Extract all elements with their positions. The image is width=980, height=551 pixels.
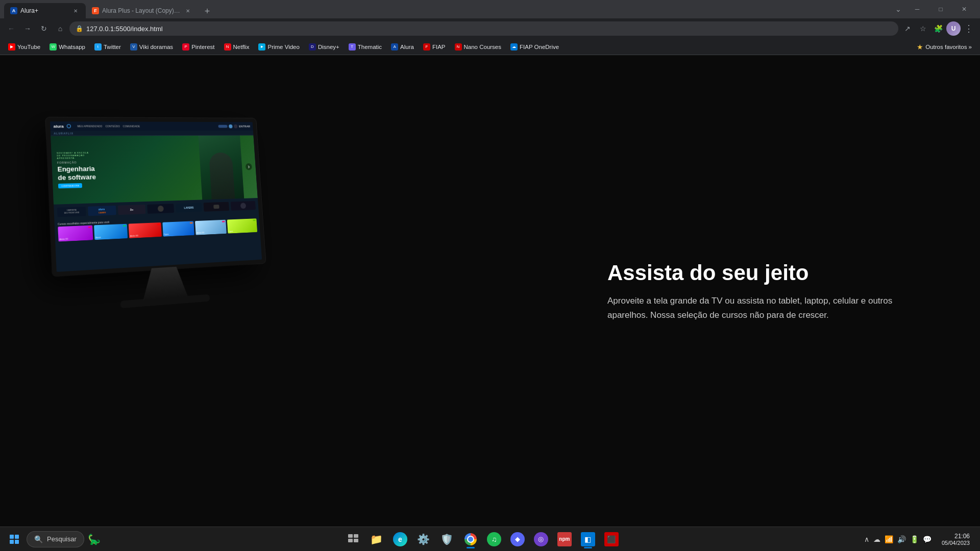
bookmark-twitter[interactable]: t Twitter [90, 41, 125, 53]
bookmark-viki[interactable]: V Viki doramas [126, 41, 177, 53]
profile-avatar: U [946, 21, 961, 36]
bookmark-thematic[interactable]: T Thematic [345, 41, 386, 53]
page-heading: Assista do seu jeito [607, 260, 903, 286]
back-button[interactable]: ← [4, 21, 18, 36]
bookmark-disney[interactable]: D Disney+ [305, 41, 344, 53]
system-tray: ∧ ☁ 📶 🔊 🔋 💬 [860, 535, 936, 543]
nano-label: Nano Courses [464, 44, 502, 50]
tab-title-alura: Alura+ [20, 7, 68, 14]
reload-button[interactable]: ↻ [37, 21, 51, 36]
tab-close-alura[interactable]: ✕ [71, 7, 80, 15]
screen-nav-items: MEU APRENDIZADO CONTEÚDO COMUNIDADE [77, 124, 140, 128]
maximize-button[interactable]: □ [929, 0, 952, 18]
fiap-favicon: F [423, 43, 430, 51]
tray-notification[interactable]: 💬 [923, 535, 932, 543]
bookmarks-more[interactable]: ★ Outros favoritos » [913, 41, 976, 53]
address-bar[interactable]: 🔒 127.0.0.1:5500/index.html [69, 21, 898, 36]
taskbar-github[interactable]: ◎ [531, 529, 551, 549]
carousel-item-1: CARREIRADEV FRONT-END [57, 207, 86, 217]
bookmark-fiap[interactable]: F FIAP [419, 41, 450, 53]
monitor-screen: alura MEU APRENDIZADO CONTEÚDO COMUNIDAD… [50, 121, 262, 272]
svg-rect-2 [348, 539, 353, 542]
carousel-item-5: LAYERS [176, 203, 202, 212]
more-label: Outros favoritos » [925, 44, 972, 50]
bookmark-pinterest[interactable]: P Pinterest [178, 41, 218, 53]
taskbar-security[interactable]: 🛡️ [437, 529, 457, 549]
course-figma: Figma [162, 221, 194, 237]
taskbar-discord[interactable]: ◆ [507, 529, 528, 549]
taskbar-task-view[interactable] [343, 529, 363, 549]
more-button[interactable]: ⋮ [962, 21, 976, 36]
antivirus-icon: ⬛ [604, 532, 619, 546]
minimize-button[interactable]: ─ [905, 0, 929, 18]
monitor-illustration: alura MEU APRENDIZADO CONTEÚDO COMUNIDAD… [51, 116, 271, 304]
forward-button[interactable]: → [20, 21, 35, 36]
bookmark-youtube[interactable]: ▶ YouTube [4, 41, 44, 53]
tray-sound[interactable]: 🔊 [897, 535, 906, 543]
bookmark-onedrive[interactable]: ☁ FIAP OneDrive [506, 41, 563, 53]
tray-network[interactable]: 📶 [885, 535, 893, 543]
fiap-label: FIAP [432, 44, 446, 50]
tab-search-button[interactable]: ⌄ [891, 2, 905, 16]
spotify-icon: ♫ [487, 532, 501, 546]
screen-logo: alura [54, 124, 64, 129]
tray-chevron[interactable]: ∧ [864, 535, 869, 543]
tray-onedrive[interactable]: ☁ [873, 535, 880, 543]
screen-aluraflix: ALURAFLIX [54, 132, 74, 135]
carousel-item-4 [147, 204, 174, 214]
share-button[interactable]: ↗ [900, 21, 915, 36]
profile-button[interactable]: U [946, 21, 961, 36]
prime-favicon: ► [258, 43, 265, 51]
prime-label: Prime Video [267, 44, 299, 50]
taskbar-npm[interactable]: npm [554, 529, 575, 549]
tray-battery[interactable]: 🔋 [910, 535, 919, 543]
taskbar-antivirus[interactable]: ⬛ [601, 529, 622, 549]
vscode-icon: ◧ [581, 532, 595, 546]
nano-favicon: N [455, 43, 462, 51]
chrome-window: A Alura+ ✕ F Alura Plus - Layout (Copy) … [0, 0, 980, 551]
bookmark-whatsapp[interactable]: W Whatsapp [45, 41, 89, 53]
screen-hero-text: Novidade! A Escolade Programaçãoapresent… [51, 146, 102, 194]
close-button[interactable]: ✕ [952, 0, 976, 18]
bookmark-alura[interactable]: A Alura [387, 41, 418, 53]
netflix-label: Netflix [233, 44, 250, 50]
taskbar-vscode[interactable]: ◧ [578, 529, 598, 549]
taskbar: 🔍 Pesquisar 🦕 📁 e ⚙️ 🛡️ [0, 527, 980, 551]
bookmark-button[interactable]: ☆ [916, 21, 930, 36]
file-explorer-icon: 📁 [370, 532, 384, 546]
taskbar-spotify[interactable]: ♫ [484, 529, 504, 549]
bookmark-nano[interactable]: N Nano Courses [451, 41, 506, 53]
start-button[interactable] [6, 531, 22, 547]
bookmark-netflix[interactable]: N Netflix [220, 41, 254, 53]
taskbar-settings[interactable]: ⚙️ [413, 529, 434, 549]
tab-inactive[interactable]: F Alura Plus - Layout (Copy) – Figm... ✕ [86, 3, 198, 18]
tab-favicon-figma: F [92, 7, 99, 14]
tab-active[interactable]: A Alura+ ✕ [4, 3, 86, 18]
taskbar-edge[interactable]: e [390, 529, 410, 549]
taskbar-search[interactable]: 🔍 Pesquisar [27, 531, 84, 547]
clock-date: 05/04/2023 [942, 540, 970, 546]
pinterest-favicon: P [182, 43, 189, 51]
bookmark-prime[interactable]: ► Prime Video [254, 41, 303, 53]
course-adobexd: Adobe XD [58, 226, 93, 242]
extensions-button[interactable]: 🧩 [931, 21, 945, 36]
tab-favicon-alura: A [10, 7, 17, 14]
taskbar-chrome[interactable] [460, 529, 481, 549]
twitter-favicon: t [94, 43, 102, 51]
carousel-item-2: aluraCASES [88, 206, 116, 216]
youtube-favicon: ▶ [8, 43, 15, 51]
screen-content: alura MEU APRENDIZADO CONTEÚDO COMUNIDAD… [50, 121, 262, 272]
twitter-label: Twitter [104, 44, 121, 50]
home-button[interactable]: ⌂ [53, 21, 67, 36]
tab-close-figma[interactable]: ✕ [184, 7, 192, 15]
page-content: alura MEU APRENDIZADO CONTEÚDO COMUNIDAD… [0, 55, 980, 527]
new-tab-button[interactable]: + [200, 4, 214, 18]
address-text: 127.0.0.1:5500/index.html [86, 25, 892, 33]
taskbar-dino[interactable]: 🦕 [84, 529, 105, 549]
viki-label: Viki doramas [139, 44, 173, 50]
onedrive-favicon: ☁ [510, 43, 518, 51]
github-icon: ◎ [534, 532, 548, 546]
taskbar-right: ∧ ☁ 📶 🔊 🔋 💬 21:06 05/04/2023 [860, 533, 974, 546]
taskbar-clock[interactable]: 21:06 05/04/2023 [938, 533, 974, 546]
taskbar-file-explorer[interactable]: 📁 [366, 529, 387, 549]
